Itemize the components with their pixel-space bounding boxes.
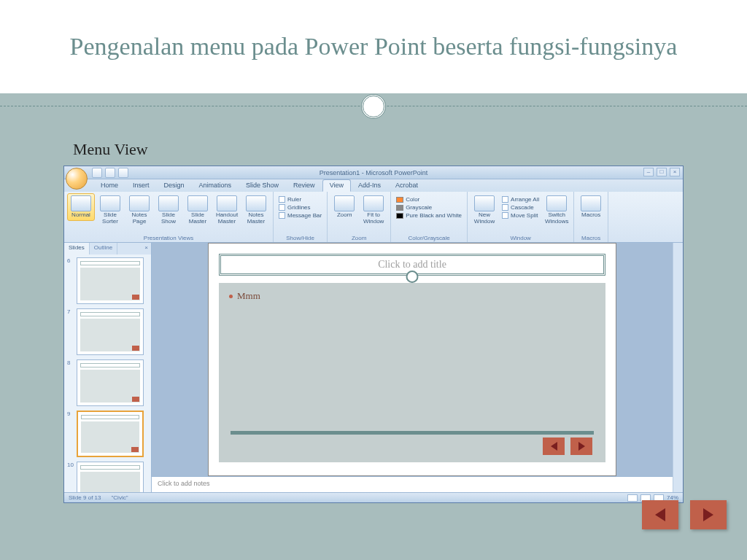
minimize-button[interactable]: – bbox=[643, 168, 654, 176]
undo-icon[interactable] bbox=[105, 168, 115, 178]
normal-view-icon[interactable] bbox=[627, 494, 638, 502]
slide-show-button[interactable]: Slide Show bbox=[155, 193, 182, 228]
quick-access-toolbar bbox=[92, 168, 128, 178]
bullet-item: Mmm bbox=[229, 290, 595, 302]
zoom-icon bbox=[334, 195, 355, 211]
thumb-number: 10 bbox=[67, 462, 74, 492]
decorative-bar bbox=[231, 431, 594, 435]
window-icon bbox=[502, 196, 508, 203]
theme-name: "Civic" bbox=[111, 494, 128, 501]
thumb-number: 6 bbox=[67, 257, 74, 304]
presentation-nav bbox=[642, 500, 727, 529]
close-button[interactable]: × bbox=[670, 168, 680, 176]
tab-animations[interactable]: Animations bbox=[192, 179, 239, 192]
group-zoom: ZoomFit to Window Zoom bbox=[328, 192, 391, 242]
tab-slide-show[interactable]: Slide Show bbox=[239, 179, 286, 192]
group-presentation-views: NormalSlide SorterNotes PageSlide ShowSl… bbox=[64, 192, 274, 242]
group-label: Show/Hide bbox=[276, 234, 324, 242]
window-icon bbox=[502, 204, 508, 211]
previous-button[interactable] bbox=[642, 500, 678, 529]
checkbox-icon bbox=[279, 212, 285, 219]
prev-slide-button[interactable] bbox=[543, 438, 565, 455]
color-swatch-icon bbox=[396, 197, 403, 203]
slide[interactable]: Click to add title Mmm bbox=[208, 243, 616, 476]
notes-master-button[interactable]: Notes Master bbox=[242, 193, 270, 228]
view-icon bbox=[246, 195, 266, 211]
tab-review[interactable]: Review bbox=[286, 179, 322, 192]
color-swatch-icon bbox=[396, 205, 403, 211]
group-label: Window bbox=[471, 234, 570, 242]
slide-thumbnail[interactable] bbox=[77, 257, 144, 304]
switch-windows-button[interactable]: Switch Windows bbox=[543, 193, 570, 228]
move-split-button[interactable]: Move Split bbox=[502, 212, 539, 219]
next-button[interactable] bbox=[690, 500, 727, 529]
section-label: Menu View bbox=[73, 140, 148, 159]
tab-home[interactable]: Home bbox=[93, 179, 125, 192]
slide-master-button[interactable]: Slide Master bbox=[184, 193, 212, 228]
group-show-hide: RulerGridlinesMessage Bar Show/Hide bbox=[274, 192, 328, 242]
view-icon bbox=[187, 195, 208, 211]
content-area: Slides Outline × 678910 Click to add tit… bbox=[64, 243, 683, 492]
content-placeholder[interactable]: Mmm bbox=[219, 283, 605, 462]
canvas[interactable]: Click to add title Mmm bbox=[152, 243, 673, 476]
powerpoint-window: Presentation1 - Microsoft PowerPoint – □… bbox=[63, 166, 684, 503]
redo-icon[interactable] bbox=[118, 168, 128, 178]
thumb-number: 9 bbox=[67, 411, 74, 457]
slide-title-area: Pengenalan menu pada Power Point beserta… bbox=[0, 0, 747, 93]
slide-thumbnail[interactable] bbox=[77, 411, 144, 457]
window-title: Presentation1 - Microsoft PowerPoint bbox=[320, 169, 428, 176]
notes-pane[interactable]: Click to add notes bbox=[152, 476, 673, 492]
tab-design[interactable]: Design bbox=[157, 179, 192, 192]
macros-icon bbox=[581, 195, 601, 211]
slide-thumbnail[interactable] bbox=[77, 359, 144, 406]
view-icon bbox=[100, 195, 120, 211]
next-slide-button[interactable] bbox=[570, 438, 592, 455]
status-bar: Slide 9 of 13 "Civic" 74% bbox=[64, 492, 683, 502]
ribbon-tabs: HomeInsertDesignAnimationsSlide ShowRevi… bbox=[64, 179, 683, 192]
notes-page-button[interactable]: Notes Page bbox=[125, 193, 153, 228]
slide-thumbnail[interactable] bbox=[77, 308, 144, 355]
decorative-ring-icon bbox=[361, 94, 386, 119]
slide-panel: Slides Outline × 678910 bbox=[64, 243, 152, 492]
handout-master-button[interactable]: Handout Master bbox=[213, 193, 241, 228]
group-label: Macros bbox=[577, 234, 605, 242]
slide-nav-buttons bbox=[543, 438, 592, 455]
ribbon: NormalSlide SorterNotes PageSlide ShowSl… bbox=[64, 192, 683, 243]
ruler-checkbox[interactable]: Ruler bbox=[279, 196, 322, 203]
tab-acrobat[interactable]: Acrobat bbox=[388, 179, 425, 192]
group-macros: Macros Macros bbox=[574, 192, 608, 242]
color-button[interactable]: Color bbox=[396, 196, 462, 203]
pure-black-and-white-button[interactable]: Pure Black and White bbox=[396, 212, 462, 219]
panel-close-icon[interactable]: × bbox=[142, 243, 151, 254]
new-window-button[interactable]: New Window bbox=[471, 193, 498, 228]
restore-button[interactable]: □ bbox=[657, 168, 667, 176]
tab-add-ins[interactable]: Add-Ins bbox=[351, 179, 388, 192]
zoom-icon bbox=[363, 195, 384, 211]
cascade-button[interactable]: Cascade bbox=[502, 204, 539, 211]
tab-insert[interactable]: Insert bbox=[125, 179, 157, 192]
window-icon bbox=[474, 195, 495, 211]
normal-button[interactable]: Normal bbox=[67, 193, 95, 221]
tab-outline[interactable]: Outline bbox=[90, 243, 117, 254]
color-swatch-icon bbox=[396, 213, 403, 219]
panel-tabs: Slides Outline × bbox=[64, 243, 151, 254]
save-icon[interactable] bbox=[92, 168, 102, 178]
arrange-all-button[interactable]: Arrange All bbox=[502, 196, 539, 203]
thumbnail-list[interactable]: 678910 bbox=[64, 254, 151, 492]
grayscale-button[interactable]: Grayscale bbox=[396, 204, 462, 211]
message-bar-checkbox[interactable]: Message Bar bbox=[279, 212, 322, 219]
thumb-number: 7 bbox=[67, 308, 74, 355]
office-button[interactable] bbox=[66, 168, 88, 190]
checkbox-icon bbox=[279, 204, 285, 211]
slide-sorter-button[interactable]: Slide Sorter bbox=[96, 193, 124, 228]
title-placeholder[interactable]: Click to add title bbox=[219, 254, 605, 276]
thumb-number: 8 bbox=[67, 359, 74, 406]
vertical-scrollbar[interactable] bbox=[673, 243, 683, 492]
macros-button[interactable]: Macros bbox=[577, 193, 605, 221]
slide-thumbnail[interactable] bbox=[77, 462, 144, 492]
tab-slides[interactable]: Slides bbox=[64, 243, 90, 254]
tab-view[interactable]: View bbox=[322, 179, 351, 192]
zoom-button[interactable]: Zoom bbox=[330, 193, 358, 221]
fit-to-window-button[interactable]: Fit to Window bbox=[360, 193, 387, 228]
gridlines-checkbox[interactable]: Gridlines bbox=[279, 204, 322, 211]
